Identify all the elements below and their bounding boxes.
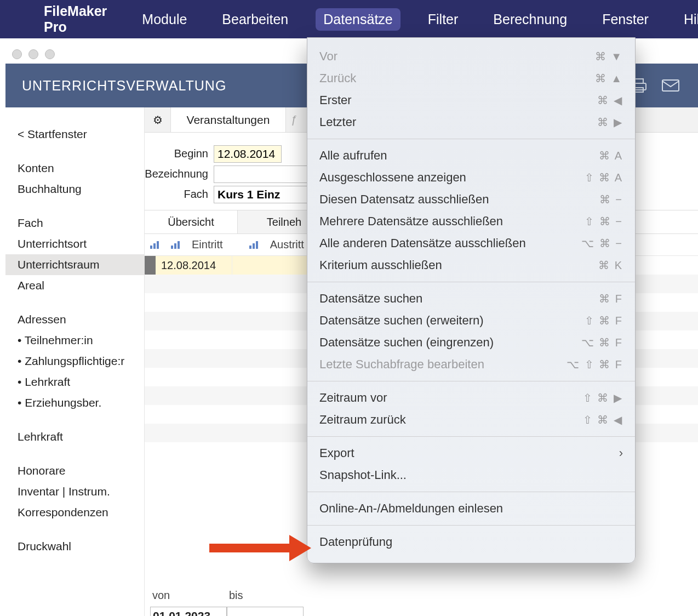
- close-dot-icon[interactable]: [12, 49, 22, 59]
- menu-item[interactable]: Ausgeschlossene anzeigen⇧ ⌘ A: [307, 167, 635, 189]
- menu-item-label: Zeitraum zurück: [319, 413, 583, 427]
- zoom-dot-icon[interactable]: [45, 49, 55, 59]
- label-beginn: Beginn: [145, 147, 214, 160]
- menu-shortcut: ⇧ ⌘ F: [585, 314, 623, 327]
- sidebar-teilnehmer[interactable]: • Teilnehmer:in: [5, 330, 144, 351]
- annotation-arrow-icon: [209, 539, 313, 556]
- input-beginn[interactable]: [214, 145, 282, 163]
- menu-item[interactable]: Kriterium ausschließen⌘ K: [307, 254, 635, 276]
- menu-item-label: Kriterium ausschließen: [319, 258, 598, 272]
- menu-item[interactable]: Datensätze suchen (erweitern)⇧ ⌘ F: [307, 310, 635, 332]
- tab-ghost[interactable]: ƒ: [286, 107, 301, 132]
- chevron-right-icon: ›: [619, 446, 623, 460]
- cell-bis[interactable]: [227, 607, 304, 616]
- row-marker-icon: [145, 256, 156, 275]
- sidebar-korrespondenzen[interactable]: Korrespondenzen: [5, 502, 144, 523]
- sidebar-adressen-head: Adressen: [5, 309, 144, 330]
- menu-item[interactable]: Datensätze suchen (eingrenzen)⌥ ⌘ F: [307, 332, 635, 353]
- menu-item[interactable]: Datensätze suchen⌘ F: [307, 288, 635, 310]
- menu-item[interactable]: Erster⌘ ◀: [307, 89, 635, 111]
- menu-item-label: Online-An-/Abmeldungen einlesen: [319, 501, 623, 516]
- sidebar-lehrkraft[interactable]: Lehrkraft: [5, 426, 144, 447]
- menu-item[interactable]: Snapshot-Link...: [307, 464, 635, 486]
- menu-item-label: Datensätze suchen (eingrenzen): [319, 335, 581, 350]
- svg-rect-3: [662, 80, 679, 91]
- menu-shortcut: ⇧ ⌘ ◀: [583, 413, 623, 426]
- menu-shortcut: ⌘ F: [599, 292, 623, 305]
- menu-item-label: Export: [319, 446, 619, 460]
- cell-eintritt[interactable]: 12.08.2014: [156, 256, 232, 275]
- tab-uebersicht[interactable]: Übersicht: [145, 210, 238, 233]
- menu-item[interactable]: Online-An-/Abmeldungen einlesen: [307, 498, 635, 520]
- gear-icon[interactable]: ⚙︎: [145, 107, 171, 132]
- sort-icon[interactable]: [150, 241, 161, 249]
- sidebar-unterrichtsraum[interactable]: Unterrichtsraum: [5, 254, 144, 275]
- svg-rect-1: [634, 79, 643, 83]
- cell-austritt[interactable]: [232, 256, 309, 275]
- menu-item-label: Datensätze suchen (erweitern): [319, 313, 585, 328]
- tab-veranstaltungen[interactable]: Veranstaltungen: [171, 107, 286, 132]
- sidebar-unterrichtsort[interactable]: Unterrichtsort: [5, 233, 144, 254]
- sidebar-lehrkraft-a[interactable]: • Lehrkraft: [5, 372, 144, 392]
- mac-menubar: FileMaker Pro Module Bearbeiten Datensät…: [0, 0, 698, 38]
- menu-datensaetze[interactable]: Datensätze: [316, 8, 400, 31]
- menu-shortcut: ⌘ −: [599, 193, 623, 206]
- menu-filter[interactable]: Filter: [420, 8, 466, 31]
- menu-item[interactable]: Datenprüfung: [307, 531, 635, 553]
- menu-item[interactable]: Alle aufrufen⌘ A: [307, 145, 635, 167]
- sidebar: < Startfenster Konten Buchhaltung Fach U…: [5, 107, 145, 616]
- sidebar-druckwahl[interactable]: Druckwahl: [5, 536, 144, 557]
- menu-bearbeiten[interactable]: Bearbeiten: [214, 8, 296, 31]
- sidebar-inventar[interactable]: Inventar | Instrum.: [5, 481, 144, 502]
- header-title: UNTERRICHTSVERWALTUNG: [22, 78, 226, 94]
- label-bezeichnung: Bezeichnung: [145, 168, 214, 180]
- menu-item: Vor⌘ ▼: [307, 45, 635, 67]
- period-row[interactable]: 01.01.2023: [150, 607, 698, 616]
- menu-module[interactable]: Module: [134, 8, 194, 31]
- menu-shortcut: ⇧ ⌘ ▶: [583, 391, 623, 404]
- menu-item-label: Datensätze suchen: [319, 292, 599, 306]
- sidebar-back[interactable]: < Startfenster: [5, 124, 144, 145]
- menu-item-label: Ausgeschlossene anzeigen: [319, 170, 585, 185]
- menu-item-label: Letzter: [319, 115, 597, 129]
- menu-item-label: Mehrere Datensätze ausschließen: [319, 214, 585, 229]
- menu-shortcut: ⌘ ▶: [597, 116, 623, 129]
- menu-item[interactable]: Zeitraum vor⇧ ⌘ ▶: [307, 387, 635, 409]
- sort-icon[interactable]: [171, 241, 182, 249]
- menu-fenster[interactable]: Fenster: [594, 8, 656, 31]
- col-von: von: [150, 589, 227, 607]
- col-austritt[interactable]: Austritt: [270, 238, 304, 251]
- menu-shortcut: ⌘ ▼: [595, 50, 623, 63]
- sidebar-erziehungsber[interactable]: • Erziehungsber.: [5, 392, 144, 413]
- datensaetze-menu: Vor⌘ ▼Zurück⌘ ▲Erster⌘ ◀Letzter⌘ ▶Alle a…: [307, 37, 636, 563]
- cell-von[interactable]: 01.01.2023: [150, 607, 227, 616]
- menu-item-label: Zurück: [319, 71, 595, 85]
- menu-shortcut: ⌘ A: [599, 149, 623, 162]
- menu-item[interactable]: Letzter⌘ ▶: [307, 111, 635, 133]
- menu-shortcut: ⌥ ⌘ −: [581, 237, 623, 250]
- menu-item-label: Erster: [319, 93, 597, 107]
- menu-item[interactable]: Mehrere Datensätze ausschließen⇧ ⌘ −: [307, 210, 635, 232]
- min-dot-icon[interactable]: [28, 49, 38, 59]
- menu-item-label: Diesen Datensatz ausschließen: [319, 192, 599, 207]
- sidebar-areal[interactable]: Areal: [5, 275, 144, 296]
- menu-shortcut: ⌘ ▲: [595, 72, 623, 85]
- menu-item-label: Alle aufrufen: [319, 149, 599, 163]
- mail-icon[interactable]: [660, 75, 682, 96]
- sidebar-zahlungspflichtige[interactable]: • Zahlungspflichtige:r: [5, 351, 144, 372]
- menu-item[interactable]: Diesen Datensatz ausschließen⌘ −: [307, 189, 635, 210]
- sidebar-konten[interactable]: Konten: [5, 158, 144, 179]
- menu-item[interactable]: Export›: [307, 442, 635, 464]
- sidebar-fach[interactable]: Fach: [5, 213, 144, 233]
- col-eintritt[interactable]: Eintritt: [192, 238, 223, 251]
- menu-item[interactable]: Zeitraum zurück⇧ ⌘ ◀: [307, 409, 635, 431]
- menu-shortcut: ⌥ ⇧ ⌘ F: [567, 358, 623, 371]
- menu-hilfe[interactable]: Hilfe: [676, 8, 698, 31]
- app-name[interactable]: FileMaker Pro: [36, 0, 115, 38]
- menu-item: Letzte Suchabfrage bearbeiten⌥ ⇧ ⌘ F: [307, 353, 635, 375]
- sidebar-buchhaltung[interactable]: Buchhaltung: [5, 179, 144, 199]
- sidebar-honorare[interactable]: Honorare: [5, 460, 144, 481]
- sort-icon[interactable]: [249, 241, 260, 249]
- menu-item[interactable]: Alle anderen Datensätze ausschließen⌥ ⌘ …: [307, 232, 635, 254]
- menu-berechnung[interactable]: Berechnung: [485, 8, 575, 31]
